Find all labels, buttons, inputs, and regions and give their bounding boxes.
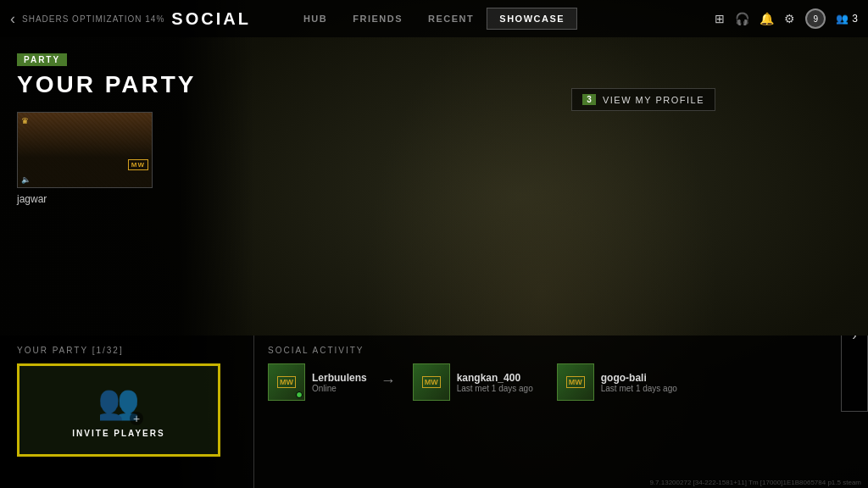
invite-players-card[interactable]: 👥 + INVITE PLAYERS xyxy=(17,363,220,457)
activity-avatar-1: MW xyxy=(413,363,450,401)
view-profile-text: VIEW MY PROFILE xyxy=(603,95,704,105)
level-circle: 9 xyxy=(805,8,826,29)
activity-status-0: Online xyxy=(312,384,367,393)
top-right-icons: ⊞ 🎧 🔔 ⚙ 9 👥 3 xyxy=(715,8,858,29)
social-activity-label: SOCIAL ACTIVITY xyxy=(268,346,854,355)
main-content: PARTY YOUR PARTY ♛ MW 🔈 jagwar 3 VIEW MY… xyxy=(0,37,868,488)
tab-recent[interactable]: RECENT xyxy=(415,8,487,30)
player-name: jagwar xyxy=(17,193,237,205)
nav-tabs: HUB FRIENDS RECENT SHOWCASE xyxy=(291,8,577,30)
player-card-inner: ♛ MW 🔈 xyxy=(18,113,152,187)
tab-showcase[interactable]: SHOWCASE xyxy=(487,8,577,30)
shaders-label: SHADERS OPTIMIZATION 14% xyxy=(22,14,164,24)
activity-card-2: MW gogo-bali Last met 1 days ago xyxy=(557,363,677,401)
activity-inner-2: MW gogo-bali Last met 1 days ago xyxy=(557,363,677,401)
version-info: 9.7.13200272 [34-222-1581+11] Tm [17000]… xyxy=(649,479,861,486)
transfer-section: MW Lerbuulens Online xyxy=(268,363,367,401)
plus-icon: + xyxy=(130,412,143,425)
level-badge: 9 xyxy=(805,8,826,29)
activity-status-2: Last met 1 days ago xyxy=(601,384,677,393)
mw-badge-2: MW xyxy=(566,376,585,388)
activity-name-2: gogo-bali xyxy=(601,372,677,384)
bell-icon[interactable]: 🔔 xyxy=(760,12,774,25)
view-profile-button[interactable]: 3 VIEW MY PROFILE xyxy=(571,88,715,111)
crown-icon: ♛ xyxy=(21,116,29,125)
left-panel: PARTY YOUR PARTY ♛ MW 🔈 jagwar xyxy=(0,37,254,219)
activity-avatar-0: MW xyxy=(268,363,305,401)
party-section-label: YOUR PARTY [1/32] xyxy=(17,346,236,355)
profile-badge: 3 xyxy=(582,94,596,105)
volume-icon: 🔈 xyxy=(21,175,31,184)
tab-friends[interactable]: FRIENDS xyxy=(340,8,415,30)
social-activity-section: SOCIAL ACTIVITY MW Lerbuulens Online xyxy=(254,336,868,488)
back-button[interactable]: ‹ xyxy=(10,10,15,28)
invite-icon-wrapper: 👥 + xyxy=(97,382,140,422)
chevron-right-icon: › xyxy=(852,336,856,343)
bottom-section: YOUR PARTY [1/32] 👥 + INVITE PLAYERS SOC… xyxy=(0,336,868,488)
activity-name-0: Lerbuulens xyxy=(312,372,367,384)
activity-status-1: Last met 1 days ago xyxy=(457,384,533,393)
tab-hub[interactable]: HUB xyxy=(291,8,340,30)
activity-inner-1: MW kangkan_400 Last met 1 days ago xyxy=(413,363,533,401)
party-section: YOUR PARTY [1/32] 👥 + INVITE PLAYERS xyxy=(0,336,254,488)
player-card: ♛ MW 🔈 xyxy=(17,112,153,188)
activity-info-0: Lerbuulens Online xyxy=(312,372,367,393)
mw-badge-1: MW xyxy=(422,376,441,388)
transfer-arrow-icon: → xyxy=(381,363,396,390)
scroll-right-button[interactable]: › xyxy=(841,336,868,412)
first-activity: MW Lerbuulens Online xyxy=(268,363,367,401)
grid-icon[interactable]: ⊞ xyxy=(715,12,725,25)
invite-label: INVITE PLAYERS xyxy=(72,429,164,438)
social-activity-row: MW Lerbuulens Online → xyxy=(268,363,854,401)
players-icon: 👥 xyxy=(836,13,849,25)
headset-icon[interactable]: 🎧 xyxy=(735,12,749,25)
activity-info-2: gogo-bali Last met 1 days ago xyxy=(601,372,677,393)
top-bar-left: ‹ SHADERS OPTIMIZATION 14% SOCIAL xyxy=(10,9,251,29)
activity-avatar-2: MW xyxy=(557,363,594,401)
activity-name-1: kangkan_400 xyxy=(457,372,533,384)
page-title: SOCIAL xyxy=(171,9,251,29)
activity-info-1: kangkan_400 Last met 1 days ago xyxy=(457,372,533,393)
online-dot-0 xyxy=(296,391,303,398)
top-bar: ‹ SHADERS OPTIMIZATION 14% SOCIAL HUB FR… xyxy=(0,0,868,37)
party-tag: PARTY xyxy=(17,53,67,66)
mw-logo: MW xyxy=(128,159,148,170)
players-online: 👥 3 xyxy=(836,13,858,25)
gear-icon[interactable]: ⚙ xyxy=(784,12,795,25)
your-party-title: YOUR PARTY xyxy=(17,71,237,98)
activity-card-1: MW kangkan_400 Last met 1 days ago xyxy=(413,363,533,401)
mw-badge-0: MW xyxy=(277,376,296,388)
social-activity-inner: SOCIAL ACTIVITY MW Lerbuulens Online xyxy=(254,336,868,411)
